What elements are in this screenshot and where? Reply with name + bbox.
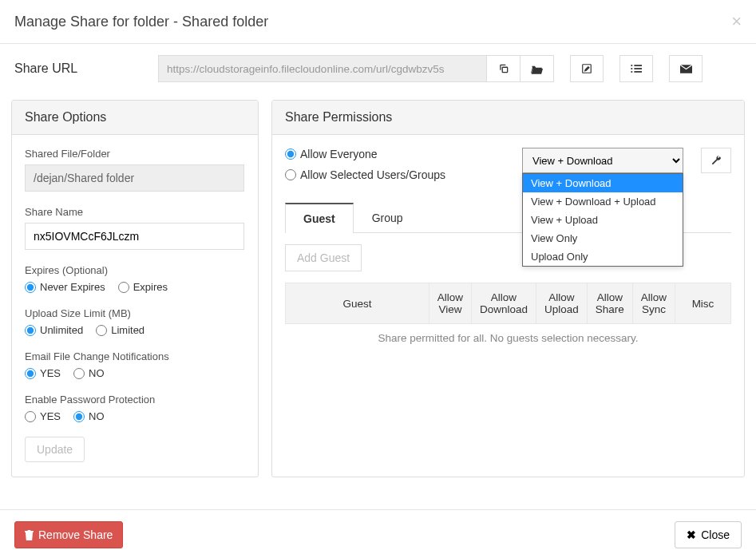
expires-radio[interactable]: Expires <box>118 281 168 293</box>
col-allow-sync: Allow Sync <box>632 283 675 324</box>
permission-dropdown: View + Download View + Download + Upload… <box>522 173 683 267</box>
folder-open-icon <box>531 64 543 74</box>
password-yes-radio[interactable]: YES <box>25 410 61 422</box>
share-permissions-heading: Share Permissions <box>272 101 744 135</box>
password-no-radio[interactable]: NO <box>73 410 105 422</box>
envelope-icon <box>680 65 692 73</box>
settings-button[interactable] <box>701 148 731 173</box>
close-button[interactable]: ✖ Close <box>675 521 742 548</box>
svg-rect-7 <box>634 71 642 73</box>
share-url-section: Share URL <box>0 44 756 100</box>
svg-rect-3 <box>634 65 642 66</box>
copy-url-button[interactable] <box>487 55 520 82</box>
email-yes-radio[interactable]: YES <box>25 367 61 379</box>
svg-rect-0 <box>502 67 507 72</box>
close-x-icon: ✖ <box>687 528 696 541</box>
svg-point-4 <box>631 68 632 69</box>
share-options-panel: Share Options Shared File/Folder Share N… <box>11 100 259 477</box>
list-button[interactable] <box>619 55 653 82</box>
share-name-label: Share Name <box>25 206 245 218</box>
svg-point-6 <box>631 71 632 73</box>
col-allow-download: Allow Download <box>471 283 536 324</box>
dropdown-option[interactable]: View Only <box>523 229 683 247</box>
permissions-table: Guest Allow View Allow Download Allow Up… <box>285 283 731 324</box>
dropdown-option[interactable]: View + Upload <box>523 211 683 229</box>
permission-select[interactable]: View + Download <box>522 148 683 173</box>
edit-url-button[interactable] <box>570 55 604 82</box>
password-label: Enable Password Protection <box>25 394 245 406</box>
list-icon <box>631 64 642 73</box>
upload-limit-label: Upload Size Limit (MB) <box>25 307 245 319</box>
share-options-heading: Share Options <box>12 101 258 135</box>
update-button[interactable]: Update <box>25 437 85 462</box>
col-allow-view: Allow View <box>429 283 472 324</box>
share-permissions-panel: Share Permissions Allow Everyone Allow S… <box>271 100 745 477</box>
open-folder-button[interactable] <box>520 55 554 82</box>
share-name-input[interactable] <box>25 223 244 250</box>
wrench-icon <box>710 155 722 166</box>
shared-file-input <box>25 164 244 192</box>
svg-point-2 <box>631 65 632 66</box>
copy-icon <box>498 63 509 74</box>
add-guest-button[interactable]: Add Guest <box>285 244 362 271</box>
col-misc: Misc <box>675 283 731 324</box>
email-notif-label: Email File Change Notifications <box>25 350 245 362</box>
modal-title: Manage Share for folder - Shared folder <box>14 14 268 30</box>
share-url-label: Share URL <box>14 61 158 76</box>
dropdown-option[interactable]: Upload Only <box>523 247 683 266</box>
dropdown-option[interactable]: View + Download + Upload <box>523 192 683 211</box>
modal-header: Manage Share for folder - Shared folder … <box>0 0 756 44</box>
dropdown-option[interactable]: View + Download <box>523 174 683 192</box>
col-allow-share: Allow Share <box>587 283 632 324</box>
tab-guest[interactable]: Guest <box>285 203 354 233</box>
tab-group[interactable]: Group <box>354 203 422 233</box>
shared-file-label: Shared File/Folder <box>25 148 245 160</box>
close-icon[interactable]: × <box>731 11 742 32</box>
expires-label: Expires (Optional) <box>25 264 245 276</box>
edit-icon <box>581 63 592 74</box>
unlimited-radio[interactable]: Unlimited <box>25 324 83 336</box>
email-button[interactable] <box>669 55 703 82</box>
svg-rect-5 <box>634 68 642 69</box>
col-guest: Guest <box>286 283 429 324</box>
remove-share-button[interactable]: Remove Share <box>14 521 123 548</box>
trash-icon <box>25 530 34 540</box>
permitted-message: Share permitted for all. No guests selec… <box>285 324 731 352</box>
email-no-radio[interactable]: NO <box>73 367 105 379</box>
allow-selected-radio[interactable]: Allow Selected Users/Groups <box>285 168 445 181</box>
never-expires-radio[interactable]: Never Expires <box>25 281 105 293</box>
allow-everyone-radio[interactable]: Allow Everyone <box>285 148 378 160</box>
share-url-input[interactable] <box>158 55 487 82</box>
limited-radio[interactable]: Limited <box>96 324 144 336</box>
col-allow-upload: Allow Upload <box>536 283 588 324</box>
